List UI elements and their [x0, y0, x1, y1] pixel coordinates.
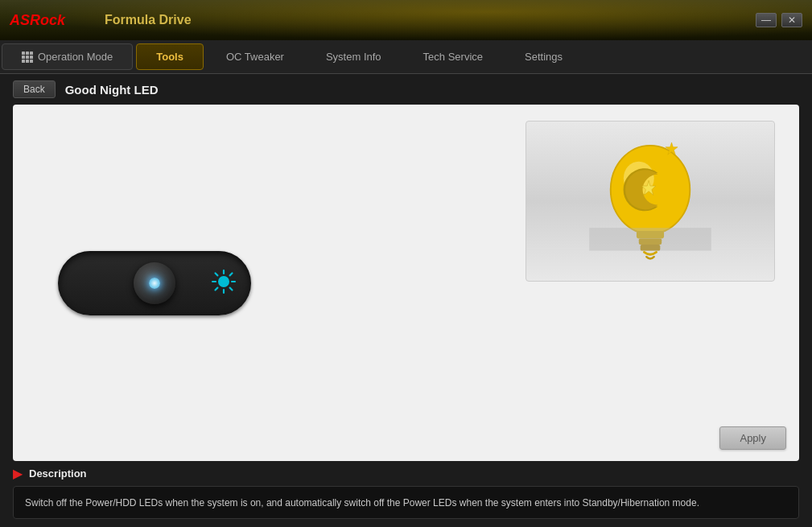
content-panel: Apply [13, 105, 799, 461]
apply-button[interactable]: Apply [719, 426, 786, 450]
toggle-container [58, 251, 251, 315]
minimize-button[interactable]: — [756, 13, 777, 27]
nav-tools-label: Tools [156, 51, 183, 63]
nav-system-info-label: System Info [326, 51, 381, 63]
desc-title: Description [29, 467, 87, 480]
desc-text: Switch off the Power/HDD LEDs when the s… [25, 497, 699, 508]
nav-operation-mode[interactable]: Operation Mode [2, 43, 133, 70]
desc-header: ▶ Description [13, 466, 799, 481]
titlebar: ASRock Formula Drive — ✕ [0, 0, 812, 40]
desc-box: Switch off the Power/HDD LEDs when the s… [13, 486, 799, 519]
thumb-glow [149, 278, 160, 289]
svg-line-5 [215, 273, 217, 275]
app-title: Formula Drive [105, 13, 192, 27]
nav-tools[interactable]: Tools [136, 43, 204, 70]
svg-line-6 [229, 287, 232, 290]
nav-settings[interactable]: Settings [505, 43, 582, 70]
navbar: Operation Mode Tools OC Tweaker System I… [0, 40, 812, 74]
svg-line-8 [215, 287, 217, 290]
svg-point-0 [218, 276, 229, 287]
sun-icon [211, 269, 237, 298]
illustration-panel [526, 121, 775, 282]
back-button[interactable]: Back [13, 80, 56, 98]
nav-oc-tweaker-label: OC Tweaker [226, 51, 284, 63]
svg-line-7 [229, 273, 232, 275]
bulb-illustration [586, 129, 715, 274]
desc-warning-icon: ▶ [13, 466, 23, 481]
close-button[interactable]: ✕ [781, 13, 802, 27]
nav-settings-label: Settings [525, 51, 563, 63]
nav-tech-service-label: Tech Service [423, 51, 483, 63]
led-toggle[interactable] [58, 251, 251, 315]
nav-system-info[interactable]: System Info [307, 43, 401, 70]
page-header: Back Good Night LED [0, 74, 812, 105]
window-controls: — ✕ [756, 13, 802, 27]
description-bar: ▶ Description Switch off the Power/HDD L… [0, 461, 812, 527]
svg-rect-17 [589, 228, 711, 250]
logo-red: AS [10, 12, 30, 28]
toggle-thumb [134, 262, 175, 304]
grid-icon [22, 51, 33, 63]
nav-oc-tweaker[interactable]: OC Tweaker [207, 43, 303, 70]
nav-tech-service[interactable]: Tech Service [404, 43, 502, 70]
moon-icon [69, 270, 95, 296]
page-title: Good Night LED [65, 83, 159, 97]
main-content: Back Good Night LED [0, 74, 812, 527]
nav-operation-mode-label: Operation Mode [38, 51, 113, 63]
app-logo: ASRock [10, 12, 65, 29]
logo-white: Rock [30, 12, 65, 28]
